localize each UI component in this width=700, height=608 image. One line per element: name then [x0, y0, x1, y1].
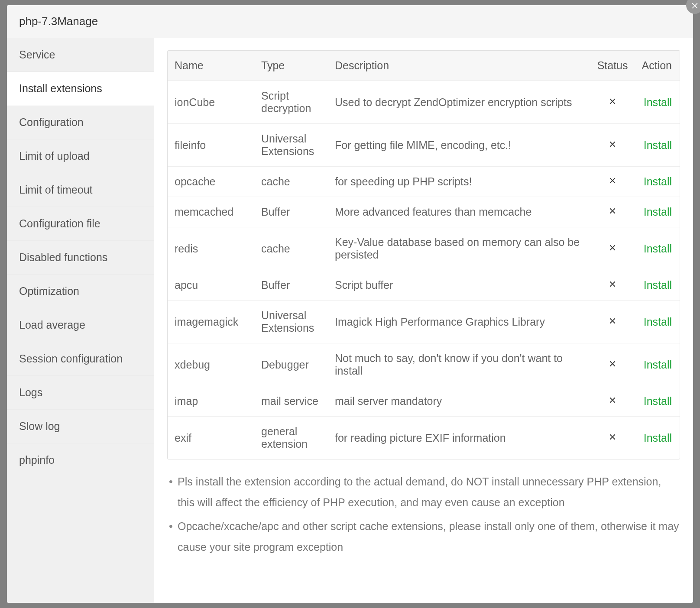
- status-not-installed: [590, 227, 635, 270]
- status-not-installed: [590, 301, 635, 343]
- ext-name: redis: [168, 227, 254, 270]
- extensions-table: Name Type Description Status Action ionC…: [168, 51, 680, 459]
- install-button[interactable]: Install: [635, 270, 680, 301]
- sidebar: ServiceInstall extensionsConfigurationLi…: [7, 38, 154, 603]
- x-icon: [608, 243, 617, 255]
- table-row: imapmail servicemail server mandatoryIns…: [168, 386, 680, 417]
- ext-description: Not much to say, don't know if you don't…: [328, 343, 590, 386]
- ext-type: Universal Extensions: [254, 301, 328, 343]
- status-not-installed: [590, 270, 635, 301]
- table-row: imagemagickUniversal ExtensionsImagick H…: [168, 301, 680, 343]
- content-pane: Name Type Description Status Action ionC…: [154, 38, 693, 603]
- ext-name: imap: [168, 386, 254, 417]
- ext-type: Universal Extensions: [254, 124, 328, 167]
- sidebar-item-load-average[interactable]: Load average: [7, 308, 154, 342]
- x-icon: [608, 395, 617, 407]
- ext-description: for speeding up PHP scripts!: [328, 167, 590, 197]
- php-manage-modal: php-7.3Manage ServiceInstall extensionsC…: [7, 5, 693, 603]
- ext-description: Key-Value database based on memory can a…: [328, 227, 590, 270]
- install-button[interactable]: Install: [635, 386, 680, 417]
- status-not-installed: [590, 197, 635, 227]
- ext-description: Script buffer: [328, 270, 590, 301]
- ext-description: More advanced features than memcache: [328, 197, 590, 227]
- ext-description: Imagick High Performance Graphics Librar…: [328, 301, 590, 343]
- sidebar-item-limit-of-timeout[interactable]: Limit of timeout: [7, 173, 154, 207]
- ext-name: opcache: [168, 167, 254, 197]
- sidebar-item-logs[interactable]: Logs: [7, 376, 154, 410]
- ext-description: for reading picture EXIF information: [328, 417, 590, 459]
- status-not-installed: [590, 124, 635, 167]
- status-not-installed: [590, 167, 635, 197]
- install-button[interactable]: Install: [635, 301, 680, 343]
- ext-name: fileinfo: [168, 124, 254, 167]
- modal-body: ServiceInstall extensionsConfigurationLi…: [7, 38, 693, 603]
- install-button[interactable]: Install: [635, 417, 680, 459]
- install-button[interactable]: Install: [635, 81, 680, 124]
- table-row: opcachecachefor speeding up PHP scripts!…: [168, 167, 680, 197]
- install-button[interactable]: Install: [635, 167, 680, 197]
- ext-type: cache: [254, 227, 328, 270]
- ext-description: mail server mandatory: [328, 386, 590, 417]
- sidebar-item-configuration[interactable]: Configuration: [7, 106, 154, 139]
- ext-type: cache: [254, 167, 328, 197]
- table-row: ionCubeScript decryptionUsed to decrypt …: [168, 81, 680, 124]
- table-row: exifgeneral extensionfor reading picture…: [168, 417, 680, 459]
- sidebar-item-limit-of-upload[interactable]: Limit of upload: [7, 139, 154, 173]
- x-icon: [608, 206, 617, 218]
- sidebar-item-phpinfo[interactable]: phpinfo: [7, 443, 154, 477]
- col-header-name: Name: [168, 51, 254, 81]
- ext-description: Used to decrypt ZendOptimizer encryption…: [328, 81, 590, 124]
- ext-name: memcached: [168, 197, 254, 227]
- status-not-installed: [590, 343, 635, 386]
- x-icon: [608, 432, 617, 444]
- status-not-installed: [590, 81, 635, 124]
- status-not-installed: [590, 417, 635, 459]
- table-row: xdebugDebuggerNot much to say, don't kno…: [168, 343, 680, 386]
- install-button[interactable]: Install: [635, 227, 680, 270]
- ext-name: exif: [168, 417, 254, 459]
- sidebar-item-slow-log[interactable]: Slow log: [7, 410, 154, 443]
- sidebar-item-install-extensions[interactable]: Install extensions: [7, 72, 154, 106]
- ext-type: Buffer: [254, 270, 328, 301]
- sidebar-item-optimization[interactable]: Optimization: [7, 275, 154, 308]
- table-row: apcuBufferScript bufferInstall: [168, 270, 680, 301]
- col-header-status: Status: [590, 51, 635, 81]
- modal-title: php-7.3Manage: [19, 15, 681, 28]
- table-header-row: Name Type Description Status Action: [168, 51, 680, 81]
- x-icon: [608, 139, 617, 151]
- extensions-table-wrap: Name Type Description Status Action ionC…: [167, 50, 680, 459]
- table-row: memcachedBufferMore advanced features th…: [168, 197, 680, 227]
- install-button[interactable]: Install: [635, 343, 680, 386]
- ext-name: apcu: [168, 270, 254, 301]
- note-item: Opcache/xcache/apc and other script cach…: [167, 516, 680, 557]
- x-icon: [608, 316, 617, 328]
- ext-description: For getting file MIME, encoding, etc.!: [328, 124, 590, 167]
- notes-list: Pls install the extension according to t…: [167, 472, 680, 561]
- close-icon: [690, 1, 699, 10]
- table-row: rediscacheKey-Value database based on me…: [168, 227, 680, 270]
- ext-type: Debugger: [254, 343, 328, 386]
- col-header-description: Description: [328, 51, 590, 81]
- x-icon: [608, 96, 617, 108]
- ext-name: imagemagick: [168, 301, 254, 343]
- ext-type: mail service: [254, 386, 328, 417]
- install-button[interactable]: Install: [635, 197, 680, 227]
- modal-header: php-7.3Manage: [7, 5, 693, 38]
- ext-type: Script decryption: [254, 81, 328, 124]
- x-icon: [608, 279, 617, 291]
- extensions-table-scroll[interactable]: Name Type Description Status Action ionC…: [168, 51, 680, 459]
- ext-type: general extension: [254, 417, 328, 459]
- x-icon: [608, 175, 617, 188]
- ext-name: ionCube: [168, 81, 254, 124]
- install-button[interactable]: Install: [635, 124, 680, 167]
- sidebar-item-session-configuration[interactable]: Session configuration: [7, 342, 154, 376]
- col-header-action: Action: [635, 51, 680, 81]
- x-icon: [608, 359, 617, 371]
- ext-name: xdebug: [168, 343, 254, 386]
- sidebar-item-configuration-file[interactable]: Configuration file: [7, 207, 154, 241]
- note-item: Pls install the extension according to t…: [167, 472, 680, 513]
- col-header-type: Type: [254, 51, 328, 81]
- sidebar-item-service[interactable]: Service: [7, 38, 154, 72]
- sidebar-item-disabled-functions[interactable]: Disabled functions: [7, 241, 154, 275]
- status-not-installed: [590, 386, 635, 417]
